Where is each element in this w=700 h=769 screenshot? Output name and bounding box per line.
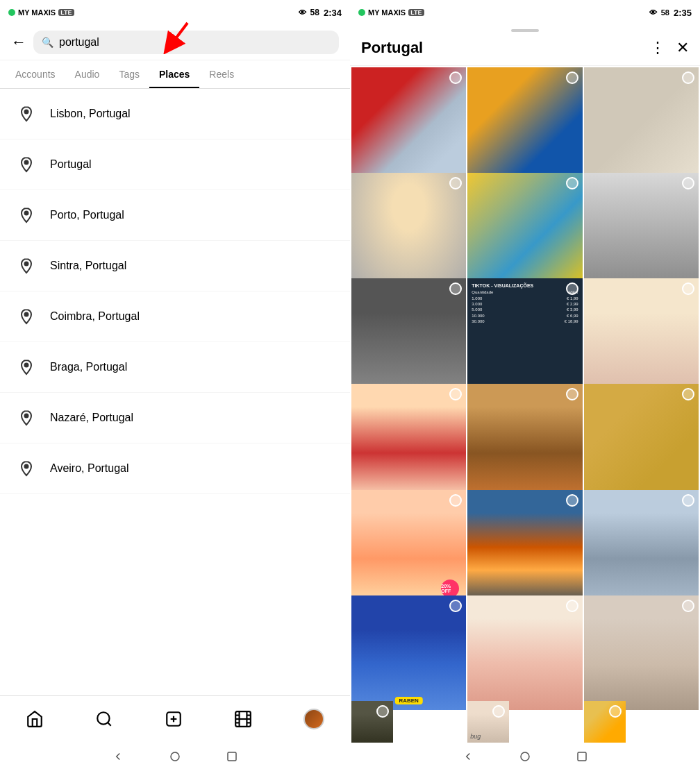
tab-places[interactable]: Places <box>149 60 199 88</box>
grid-cell[interactable] <box>351 173 466 287</box>
grid-cell[interactable]: TIKTOK - VISUALIZAÇÕES QuantidadeValor 1… <box>467 278 582 393</box>
tab-reels[interactable]: Reels <box>199 60 244 88</box>
select-checkbox[interactable] <box>492 705 505 718</box>
select-checkbox[interactable] <box>449 494 462 507</box>
left-status-right: 👁 58 2:34 <box>299 8 342 18</box>
search-icon: 🔍 <box>42 37 53 48</box>
select-checkbox[interactable] <box>682 494 694 507</box>
search-input-wrap[interactable]: 🔍 portugal <box>33 31 339 54</box>
select-checkbox[interactable] <box>449 600 462 612</box>
grid-cell[interactable] <box>351 384 466 498</box>
select-checkbox[interactable] <box>566 494 578 507</box>
place-name-braga: Braga, Portugal <box>50 361 127 373</box>
right-panel: MY MAXIS LTE 👁 58 2:35 Portugal ⋮ ✕ <box>350 0 700 769</box>
close-button[interactable]: ✕ <box>676 39 689 57</box>
left-battery: 58 <box>310 8 319 17</box>
pin-icon-porto <box>14 203 39 228</box>
grid-cell[interactable]: bug <box>467 701 509 743</box>
tab-accounts[interactable]: Accounts <box>6 60 65 88</box>
select-checkbox[interactable] <box>609 705 622 718</box>
pin-icon-nazare <box>14 405 39 430</box>
grid-cell[interactable] <box>351 278 466 393</box>
android-back[interactable] <box>110 749 126 764</box>
back-button[interactable]: ← <box>11 33 26 51</box>
search-input[interactable]: portugal <box>59 36 99 49</box>
nav-home[interactable] <box>26 710 44 728</box>
android-recents[interactable] <box>224 749 240 764</box>
grid-cell[interactable] <box>467 67 582 182</box>
list-item[interactable]: Porto, Portugal <box>0 190 350 241</box>
android-home-right[interactable] <box>517 749 533 764</box>
grid-cell[interactable] <box>351 67 466 182</box>
nav-add[interactable] <box>165 710 183 728</box>
select-checkbox[interactable] <box>566 177 578 189</box>
pin-icon-braga <box>14 355 39 380</box>
svg-point-3 <box>25 161 28 164</box>
tab-tags[interactable]: Tags <box>109 60 149 88</box>
left-carrier-info: MY MAXIS LTE <box>8 8 74 17</box>
list-item[interactable]: Aveiro, Portugal <box>0 443 350 494</box>
tabs-row: Accounts Audio Tags Places Reels <box>0 60 350 89</box>
select-checkbox[interactable] <box>566 282 578 295</box>
svg-point-2 <box>25 110 28 114</box>
nav-search[interactable] <box>95 710 113 728</box>
list-item[interactable]: Lisbon, Portugal <box>0 89 350 140</box>
pin-icon-aveiro <box>14 456 39 481</box>
tab-audio[interactable]: Audio <box>65 60 110 88</box>
grid-cell[interactable] <box>584 490 699 605</box>
android-home[interactable] <box>167 749 183 764</box>
grid-cell[interactable] <box>467 384 582 498</box>
svg-point-6 <box>25 313 28 316</box>
nav-profile[interactable] <box>303 709 324 729</box>
svg-rect-26 <box>578 752 586 761</box>
select-checkbox[interactable] <box>566 388 578 400</box>
pin-icon-sintra <box>14 253 39 278</box>
grid-cell[interactable] <box>467 490 582 605</box>
right-eye-icon: 👁 <box>649 8 657 17</box>
pin-icon-portugal <box>14 152 39 177</box>
list-item[interactable]: Nazaré, Portugal <box>0 393 350 443</box>
left-panel: MY MAXIS LTE 👁 58 2:34 ← 🔍 portugal <box>0 0 350 769</box>
list-item[interactable]: Portugal <box>0 140 350 190</box>
drag-handle <box>511 29 539 32</box>
grid-cell[interactable]: 20% OFF <box>351 490 466 605</box>
select-checkbox[interactable] <box>682 177 694 189</box>
list-item[interactable]: Sintra, Portugal <box>0 241 350 291</box>
android-recents-right[interactable] <box>574 749 590 764</box>
header-icons: ⋮ ✕ <box>650 39 689 57</box>
grid-cell[interactable] <box>584 278 699 393</box>
nav-reels[interactable] <box>234 710 252 728</box>
list-item[interactable]: Coimbra, Portugal <box>0 291 350 342</box>
pin-icon-lisbon <box>14 101 39 126</box>
grid-cell[interactable] <box>584 67 699 182</box>
grid-cell[interactable] <box>584 701 626 743</box>
select-checkbox[interactable] <box>682 71 694 84</box>
pin-icon-coimbra <box>14 304 39 329</box>
left-carrier-text: MY MAXIS <box>18 8 56 17</box>
select-checkbox[interactable] <box>376 705 389 718</box>
grid-cell[interactable] <box>584 173 699 287</box>
list-item[interactable]: Braga, Portugal <box>0 342 350 393</box>
select-checkbox[interactable] <box>682 600 694 612</box>
android-back-right[interactable] <box>460 749 476 764</box>
right-status-bar: MY MAXIS LTE 👁 58 2:35 <box>350 0 700 25</box>
svg-rect-24 <box>228 752 236 761</box>
grid-cell[interactable] <box>467 595 582 710</box>
grid-cell[interactable] <box>584 384 699 498</box>
select-checkbox[interactable] <box>449 388 462 400</box>
svg-point-9 <box>25 465 28 468</box>
select-checkbox[interactable] <box>682 282 694 295</box>
place-name-sintra: Sintra, Portugal <box>50 260 126 272</box>
select-checkbox[interactable] <box>566 71 578 84</box>
grid-cell[interactable] <box>351 701 393 743</box>
grid-cell[interactable]: RABEN <box>351 595 466 710</box>
select-checkbox[interactable] <box>566 600 578 612</box>
select-checkbox[interactable] <box>449 282 462 295</box>
select-checkbox[interactable] <box>682 388 694 400</box>
select-checkbox[interactable] <box>449 71 462 84</box>
android-nav-right <box>350 744 700 769</box>
grid-cell[interactable] <box>584 595 699 710</box>
more-options-button[interactable]: ⋮ <box>650 39 665 57</box>
svg-point-4 <box>25 212 28 215</box>
grid-cell[interactable] <box>467 173 582 287</box>
